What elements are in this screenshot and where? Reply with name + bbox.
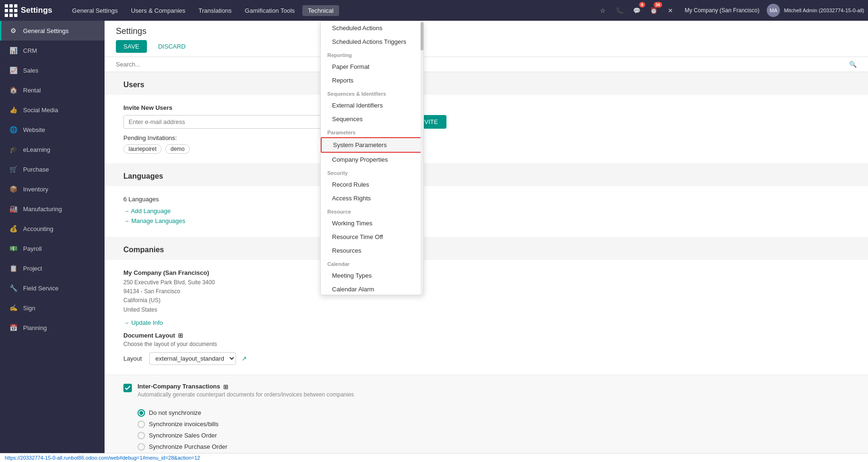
dropdown-item-paper-format[interactable]: Paper Format	[321, 60, 423, 74]
dropdown-item-scheduled-triggers[interactable]: Scheduled Actions Triggers	[321, 35, 423, 49]
sidebar-item-inventory[interactable]: 📦 Inventory	[0, 179, 105, 199]
settings-header: Settings SAVE DISCARD	[105, 21, 868, 57]
dropdown-item-sequences[interactable]: Sequences	[321, 112, 423, 126]
sidebar-item-planning[interactable]: 📅 Planning	[0, 318, 105, 338]
pending-label: Pending Invitations:	[123, 134, 849, 141]
users-section: Users Invite New Users INVITE Pending In…	[105, 72, 868, 163]
apps-grid-button[interactable]	[4, 3, 18, 17]
dropdown-item-resources[interactable]: Resources	[321, 244, 423, 257]
sidebar-label-planning: Planning	[23, 324, 47, 331]
action-buttons: SAVE DISCARD	[116, 40, 857, 53]
company-name-field: My Company (San Francisco)	[123, 269, 849, 276]
inter-company-checkbox[interactable]	[123, 384, 132, 392]
sidebar-item-rental[interactable]: 🏠 Rental	[0, 80, 105, 100]
technical-dropdown-menu[interactable]: Scheduled Actions Scheduled Actions Trig…	[320, 21, 424, 295]
dropdown-group-security: Security	[321, 166, 423, 178]
dropdown-item-access-rights[interactable]: Access Rights	[321, 191, 423, 205]
sidebar-label-payroll: Payroll	[23, 245, 42, 252]
inter-company-icon: ⊞	[223, 383, 228, 390]
close-icon[interactable]: ✕	[664, 4, 677, 17]
clock-icon[interactable]: ⏰ 36	[647, 4, 660, 17]
languages-count: 6 Languages	[123, 196, 849, 203]
navbar-item-gamification[interactable]: Gamification Tools	[239, 5, 300, 16]
sidebar-label-sales: Sales	[23, 67, 39, 74]
invite-row: INVITE	[123, 115, 849, 129]
dropdown-item-meeting-types[interactable]: Meeting Types	[321, 269, 423, 282]
dropdown-group-calendar: Calendar	[321, 257, 423, 269]
company-address: 250 Executive Park Blvd, Suite 3400 9413…	[123, 278, 849, 314]
dropdown-group-resource: Resource	[321, 205, 423, 216]
sidebar-label-rental: Rental	[23, 87, 41, 94]
sidebar-item-general-settings[interactable]: ⚙ General Settings	[0, 21, 105, 41]
chat-icon[interactable]: 💬 8	[630, 4, 643, 17]
dropdown-scrollbar-thumb	[421, 22, 423, 50]
update-info-link[interactable]: Update Info	[123, 319, 849, 326]
sidebar-item-payroll[interactable]: 💵 Payroll	[0, 239, 105, 258]
manufacturing-icon: 🏭	[8, 204, 18, 214]
dropdown-item-external-identifiers[interactable]: External Identifiers	[321, 99, 423, 112]
sidebar-item-elearning[interactable]: 🎓 eLearning	[0, 140, 105, 159]
sidebar-item-sign[interactable]: ✍ Sign	[0, 298, 105, 318]
navbar-menu: General Settings Users & Companies Trans…	[66, 5, 596, 16]
sidebar-item-crm[interactable]: 📊 CRM	[0, 41, 105, 60]
dropdown-scroll: Scheduled Actions Scheduled Actions Trig…	[321, 21, 423, 295]
phone-icon[interactable]: 📞	[613, 4, 626, 17]
dropdown-item-resource-time-off[interactable]: Resource Time Off	[321, 230, 423, 244]
discard-button[interactable]: DISCARD	[151, 40, 194, 53]
radio-sales[interactable]: Synchronize Sales Order	[138, 432, 849, 439]
avatar[interactable]: MA	[767, 4, 780, 17]
sidebar-item-sales[interactable]: 📈 Sales	[0, 60, 105, 80]
users-section-header: Users	[105, 72, 868, 95]
external-link-icon[interactable]: ↗	[242, 355, 247, 362]
page-title: Settings	[116, 26, 857, 36]
company-name[interactable]: My Company (San Francisco)	[681, 5, 763, 16]
navbar-right: ☆ 📞 💬 8 ⏰ 36 ✕ My Company (San Francisco…	[596, 4, 864, 17]
add-language-link[interactable]: Add Language	[123, 207, 849, 214]
manage-languages-link[interactable]: Manage Languages	[123, 217, 849, 224]
radio-invoices[interactable]: Synchronize invoices/bills	[138, 421, 849, 428]
dropdown-item-scheduled-actions[interactable]: Scheduled Actions	[321, 21, 423, 35]
navbar-item-technical[interactable]: Technical	[302, 5, 339, 16]
dropdown-item-system-parameters[interactable]: System Parameters	[321, 137, 423, 153]
star-icon[interactable]: ☆	[596, 4, 609, 17]
pending-tag-2[interactable]: demo	[165, 144, 190, 154]
layout-select[interactable]: external_layout_standard	[149, 352, 236, 365]
pending-tag-1[interactable]: lauriepoiret	[123, 144, 162, 154]
sales-icon: 📈	[8, 65, 18, 75]
search-icon[interactable]: 🔍	[849, 61, 857, 68]
main-content: Settings SAVE DISCARD 🔍 Users Invite New…	[105, 21, 868, 462]
sidebar-label-field-service: Field Service	[23, 285, 58, 292]
search-input[interactable]	[116, 61, 849, 68]
user-info[interactable]: Mitchell Admin (20332774-15-0-all)	[784, 8, 864, 13]
dropdown-item-record-rules[interactable]: Record Rules	[321, 178, 423, 191]
save-button[interactable]: SAVE	[116, 40, 147, 53]
dropdown-item-reports[interactable]: Reports	[321, 74, 423, 87]
doc-layout-icon: ⊞	[178, 332, 183, 339]
dropdown-item-working-times[interactable]: Working Times	[321, 216, 423, 230]
radio-no-sync[interactable]: Do not synchronize	[138, 409, 849, 417]
clock-badge: 36	[654, 2, 662, 8]
sidebar-label-sign: Sign	[23, 305, 35, 312]
sidebar-item-website[interactable]: 🌐 Website	[0, 120, 105, 140]
sidebar-item-project[interactable]: 📋 Project	[0, 258, 105, 278]
dropdown-item-company-properties[interactable]: Company Properties	[321, 153, 423, 166]
sidebar-item-field-service[interactable]: 🔧 Field Service	[0, 278, 105, 298]
invite-label: Invite New Users	[123, 104, 849, 111]
sidebar-item-manufacturing[interactable]: 🏭 Manufacturing	[0, 199, 105, 219]
accounting-icon: 💰	[8, 223, 18, 234]
navbar-item-translations[interactable]: Translations	[193, 5, 237, 16]
navbar-item-general[interactable]: General Settings	[66, 5, 123, 16]
radio-purchase-circle	[138, 443, 145, 451]
radio-purchase[interactable]: Synchronize Purchase Order	[138, 443, 849, 451]
sidebar-label-manufacturing: Manufacturing	[23, 206, 62, 213]
dropdown-item-calendar-alarm[interactable]: Calendar Alarm	[321, 282, 423, 295]
chat-badge: 8	[639, 2, 645, 8]
sidebar-item-purchase[interactable]: 🛒 Purchase	[0, 159, 105, 179]
inter-company-content: Inter-Company Transactions ⊞ Automatical…	[138, 383, 354, 398]
radio-sales-circle	[138, 432, 145, 439]
sidebar-item-social-media[interactable]: 👍 Social Media	[0, 100, 105, 120]
inventory-icon: 📦	[8, 184, 18, 194]
navbar-item-users[interactable]: Users & Companies	[125, 5, 191, 16]
sidebar-item-accounting[interactable]: 💰 Accounting	[0, 219, 105, 239]
dropdown-scrollbar[interactable]	[421, 21, 423, 295]
